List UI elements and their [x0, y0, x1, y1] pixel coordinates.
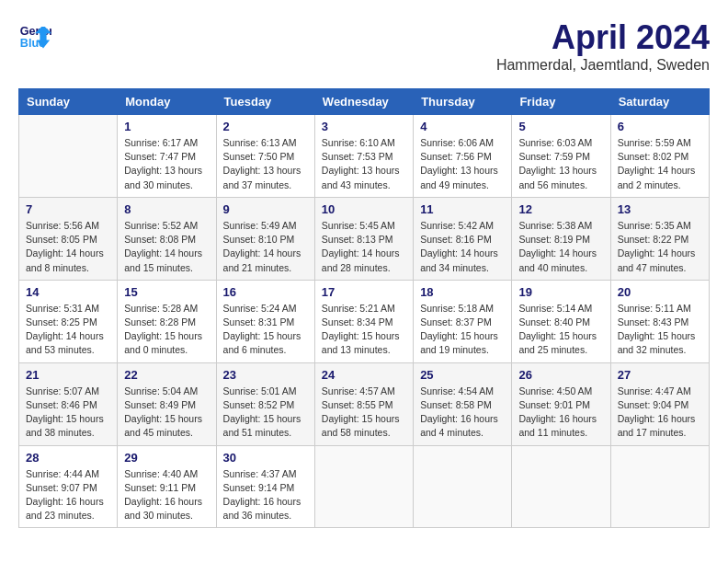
day-number: 23 — [223, 368, 308, 382]
day-number: 22 — [124, 368, 209, 382]
day-info: Sunrise: 4:54 AM Sunset: 8:58 PM Dayligh… — [420, 385, 505, 441]
day-info: Sunrise: 4:47 AM Sunset: 9:04 PM Dayligh… — [618, 385, 702, 441]
day-number: 8 — [124, 202, 209, 216]
day-number: 10 — [322, 202, 406, 216]
day-number: 28 — [26, 451, 110, 465]
day-info: Sunrise: 5:31 AM Sunset: 8:25 PM Dayligh… — [26, 302, 110, 358]
day-info: Sunrise: 5:28 AM Sunset: 8:28 PM Dayligh… — [124, 302, 209, 358]
day-cell: 22Sunrise: 5:04 AM Sunset: 8:49 PM Dayli… — [118, 362, 216, 445]
day-info: Sunrise: 4:50 AM Sunset: 9:01 PM Dayligh… — [518, 385, 603, 441]
day-number: 5 — [518, 120, 603, 133]
day-cell: 6Sunrise: 5:59 AM Sunset: 8:02 PM Daylig… — [610, 115, 709, 198]
day-cell: 27Sunrise: 4:47 AM Sunset: 9:04 PM Dayli… — [610, 362, 709, 445]
day-number: 11 — [420, 202, 505, 216]
day-info: Sunrise: 5:45 AM Sunset: 8:13 PM Dayligh… — [322, 219, 406, 275]
header-cell-tuesday: Tuesday — [216, 89, 314, 115]
day-number: 3 — [322, 120, 406, 133]
day-cell: 16Sunrise: 5:24 AM Sunset: 8:31 PM Dayli… — [216, 280, 314, 362]
day-number: 20 — [618, 285, 702, 299]
day-info: Sunrise: 5:04 AM Sunset: 8:49 PM Dayligh… — [124, 385, 209, 441]
title-area: April 2024 Hammerdal, Jaemtland, Sweden — [496, 18, 710, 74]
day-number: 24 — [322, 368, 406, 382]
day-info: Sunrise: 6:13 AM Sunset: 7:50 PM Dayligh… — [223, 136, 308, 192]
logo-icon: General Blue — [18, 18, 51, 52]
day-number: 16 — [223, 285, 308, 299]
day-info: Sunrise: 6:06 AM Sunset: 7:56 PM Dayligh… — [420, 136, 505, 192]
day-number: 18 — [420, 285, 505, 299]
header-row: SundayMondayTuesdayWednesdayThursdayFrid… — [19, 89, 710, 115]
month-title: April 2024 — [496, 18, 710, 57]
calendar-table: SundayMondayTuesdayWednesdayThursdayFrid… — [18, 88, 710, 528]
day-info: Sunrise: 5:35 AM Sunset: 8:22 PM Dayligh… — [618, 219, 702, 275]
day-info: Sunrise: 5:21 AM Sunset: 8:34 PM Dayligh… — [322, 302, 406, 358]
week-row-4: 21Sunrise: 5:07 AM Sunset: 8:46 PM Dayli… — [19, 362, 710, 445]
day-info: Sunrise: 4:37 AM Sunset: 9:14 PM Dayligh… — [223, 467, 308, 523]
header-cell-thursday: Thursday — [414, 89, 512, 115]
day-cell: 10Sunrise: 5:45 AM Sunset: 8:13 PM Dayli… — [314, 197, 413, 280]
day-cell: 7Sunrise: 5:56 AM Sunset: 8:05 PM Daylig… — [19, 197, 118, 280]
day-cell — [414, 445, 512, 528]
day-number: 15 — [124, 285, 209, 299]
day-cell: 29Sunrise: 4:40 AM Sunset: 9:11 PM Dayli… — [118, 445, 216, 528]
day-cell: 13Sunrise: 5:35 AM Sunset: 8:22 PM Dayli… — [610, 197, 709, 280]
header-cell-monday: Monday — [118, 89, 216, 115]
day-number: 1 — [124, 120, 209, 133]
week-row-3: 14Sunrise: 5:31 AM Sunset: 8:25 PM Dayli… — [19, 280, 710, 362]
day-cell: 3Sunrise: 6:10 AM Sunset: 7:53 PM Daylig… — [314, 115, 413, 198]
day-info: Sunrise: 5:59 AM Sunset: 8:02 PM Dayligh… — [618, 136, 702, 192]
page-header: General Blue April 2024 Hammerdal, Jaemt… — [18, 18, 710, 74]
day-info: Sunrise: 6:10 AM Sunset: 7:53 PM Dayligh… — [322, 136, 406, 192]
day-number: 30 — [223, 451, 308, 465]
day-cell — [512, 445, 610, 528]
day-number: 6 — [618, 120, 702, 133]
day-cell — [19, 115, 118, 198]
day-info: Sunrise: 5:01 AM Sunset: 8:52 PM Dayligh… — [223, 385, 308, 441]
day-cell: 18Sunrise: 5:18 AM Sunset: 8:37 PM Dayli… — [414, 280, 512, 362]
day-cell: 2Sunrise: 6:13 AM Sunset: 7:50 PM Daylig… — [216, 115, 314, 198]
day-number: 14 — [26, 285, 110, 299]
day-cell: 20Sunrise: 5:11 AM Sunset: 8:43 PM Dayli… — [610, 280, 709, 362]
day-info: Sunrise: 5:14 AM Sunset: 8:40 PM Dayligh… — [518, 302, 603, 358]
day-number: 12 — [518, 202, 603, 216]
day-info: Sunrise: 5:56 AM Sunset: 8:05 PM Dayligh… — [26, 219, 110, 275]
day-number: 29 — [124, 451, 209, 465]
day-info: Sunrise: 5:07 AM Sunset: 8:46 PM Dayligh… — [26, 385, 110, 441]
week-row-1: 1Sunrise: 6:17 AM Sunset: 7:47 PM Daylig… — [19, 115, 710, 198]
day-cell: 24Sunrise: 4:57 AM Sunset: 8:55 PM Dayli… — [314, 362, 413, 445]
day-cell: 17Sunrise: 5:21 AM Sunset: 8:34 PM Dayli… — [314, 280, 413, 362]
day-cell: 30Sunrise: 4:37 AM Sunset: 9:14 PM Dayli… — [216, 445, 314, 528]
week-row-5: 28Sunrise: 4:44 AM Sunset: 9:07 PM Dayli… — [19, 445, 710, 528]
day-number: 13 — [618, 202, 702, 216]
week-row-2: 7Sunrise: 5:56 AM Sunset: 8:05 PM Daylig… — [19, 197, 710, 280]
day-number: 4 — [420, 120, 505, 133]
day-info: Sunrise: 5:52 AM Sunset: 8:08 PM Dayligh… — [124, 219, 209, 275]
day-cell: 12Sunrise: 5:38 AM Sunset: 8:19 PM Dayli… — [512, 197, 610, 280]
day-cell: 1Sunrise: 6:17 AM Sunset: 7:47 PM Daylig… — [118, 115, 216, 198]
logo: General Blue — [18, 18, 51, 52]
day-number: 21 — [26, 368, 110, 382]
day-cell: 15Sunrise: 5:28 AM Sunset: 8:28 PM Dayli… — [118, 280, 216, 362]
header-cell-friday: Friday — [512, 89, 610, 115]
location-title: Hammerdal, Jaemtland, Sweden — [496, 57, 710, 74]
calendar-header: SundayMondayTuesdayWednesdayThursdayFrid… — [19, 89, 710, 115]
day-number: 27 — [618, 368, 702, 382]
day-info: Sunrise: 5:18 AM Sunset: 8:37 PM Dayligh… — [420, 302, 505, 358]
day-number: 17 — [322, 285, 406, 299]
day-number: 2 — [223, 120, 308, 133]
day-cell: 23Sunrise: 5:01 AM Sunset: 8:52 PM Dayli… — [216, 362, 314, 445]
day-cell: 9Sunrise: 5:49 AM Sunset: 8:10 PM Daylig… — [216, 197, 314, 280]
header-cell-wednesday: Wednesday — [314, 89, 413, 115]
day-number: 25 — [420, 368, 505, 382]
day-number: 19 — [518, 285, 603, 299]
day-cell: 5Sunrise: 6:03 AM Sunset: 7:59 PM Daylig… — [512, 115, 610, 198]
day-info: Sunrise: 4:40 AM Sunset: 9:11 PM Dayligh… — [124, 467, 209, 523]
day-cell: 28Sunrise: 4:44 AM Sunset: 9:07 PM Dayli… — [19, 445, 118, 528]
day-number: 26 — [518, 368, 603, 382]
day-info: Sunrise: 5:38 AM Sunset: 8:19 PM Dayligh… — [518, 219, 603, 275]
day-number: 9 — [223, 202, 308, 216]
day-cell: 8Sunrise: 5:52 AM Sunset: 8:08 PM Daylig… — [118, 197, 216, 280]
day-cell: 21Sunrise: 5:07 AM Sunset: 8:46 PM Dayli… — [19, 362, 118, 445]
day-cell: 26Sunrise: 4:50 AM Sunset: 9:01 PM Dayli… — [512, 362, 610, 445]
header-cell-saturday: Saturday — [610, 89, 709, 115]
day-cell — [314, 445, 413, 528]
